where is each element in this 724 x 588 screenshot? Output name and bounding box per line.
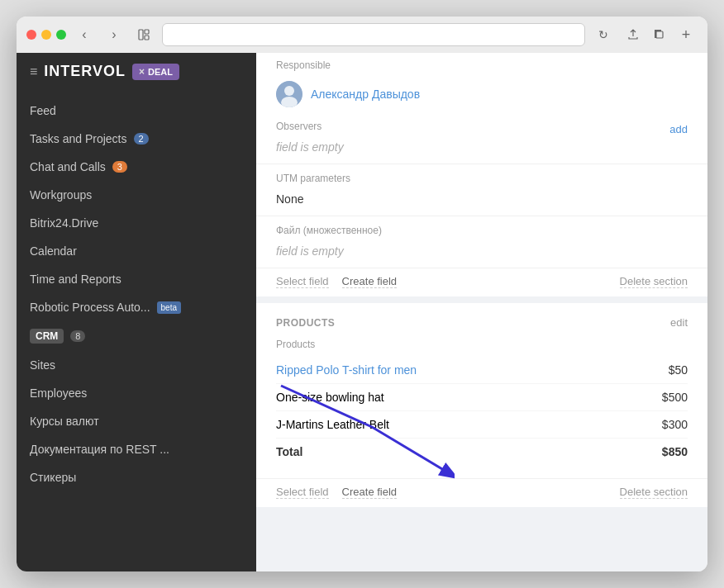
products-sub-label: Products (276, 339, 688, 350)
sidebar-item-label: Robotic Process Auto... (30, 301, 150, 314)
section-actions-1: Select field Create field Delete section (256, 268, 707, 303)
sidebar-item-workgroups[interactable]: Workgroups (17, 181, 256, 209)
products-wrapper: PRODUCTS edit Products Ripped Polo T-shi… (256, 303, 707, 478)
product-row: One-size bowling hat $500 (276, 384, 688, 411)
refresh-button[interactable]: ↻ (592, 23, 615, 46)
sidebar-item-exchange[interactable]: Курсы валют (17, 407, 256, 435)
avatar (276, 81, 302, 107)
products-section: PRODUCTS edit Products Ripped Polo T-shi… (256, 303, 707, 478)
user-name-link[interactable]: Александр Давыдов (311, 88, 420, 101)
sidebar-item-sites[interactable]: Sites (17, 351, 256, 379)
responsible-section: Responsible Александр Давыдов (256, 53, 707, 112)
sidebar-item-tasks[interactable]: Tasks and Projects 2 (17, 125, 256, 153)
sidebar-item-time[interactable]: Time and Reports (17, 265, 256, 293)
file-label: Файл (множественное) (276, 225, 688, 236)
product-name-3: J-Martins Leather Belt (276, 418, 638, 431)
sidebar-item-label: Стикеры (30, 471, 76, 484)
app-body: ≡ INTERVOL × DEAL Feed Tasks and Project… (17, 53, 707, 571)
total-row: Total $850 (276, 439, 688, 465)
minimize-button[interactable] (41, 30, 51, 40)
observers-section: Observers add field is empty (256, 112, 707, 164)
close-button[interactable] (26, 30, 36, 40)
titlebar-actions: + (622, 23, 698, 46)
svg-rect-3 (656, 31, 663, 38)
sidebar-item-label: Курсы валют (30, 415, 99, 428)
sidebar-item-label: Workgroups (30, 188, 92, 202)
select-field-2[interactable]: Select field (276, 486, 329, 499)
share-button[interactable] (622, 23, 645, 46)
sidebar-item-employees[interactable]: Employees (17, 379, 256, 407)
observers-add-button[interactable]: add (669, 123, 688, 135)
sidebar-item-label: Time and Reports (30, 273, 121, 286)
sidebar-item-drive[interactable]: Bitrix24.Drive (17, 209, 256, 237)
window-layout-button[interactable] (132, 23, 155, 46)
beta-badge: beta (157, 301, 181, 314)
sidebar-item-calendar[interactable]: Calendar (17, 237, 256, 265)
new-tab-button[interactable]: + (674, 23, 698, 46)
sidebar-item-label: Employees (30, 386, 87, 400)
section-actions-2: Select field Create field Delete section (256, 478, 707, 507)
total-label: Total (276, 445, 638, 458)
tasks-badge: 2 (134, 133, 149, 145)
svg-rect-1 (145, 30, 149, 34)
brand-name: INTERVOL (44, 63, 126, 80)
deal-close-button[interactable]: × (139, 66, 145, 78)
create-field-1[interactable]: Create field (342, 275, 397, 288)
back-button[interactable]: ‹ (73, 23, 96, 46)
products-edit-button[interactable]: edit (670, 316, 688, 329)
product-price-2: $500 (638, 391, 688, 404)
user-row: Александр Давыдов (276, 76, 688, 112)
observers-label: Observers (276, 121, 322, 132)
utm-label: UTM parameters (276, 173, 688, 184)
maximize-button[interactable] (56, 30, 66, 40)
deal-badge: × DEAL (132, 64, 179, 80)
titlebar: ‹ › ↻ + (17, 17, 707, 53)
chat-badge: 3 (112, 161, 127, 173)
forward-button[interactable]: › (102, 23, 126, 46)
delete-section-1[interactable]: Delete section (620, 275, 688, 288)
sidebar-item-label: Calendar (30, 244, 77, 258)
sidebar-item-feed[interactable]: Feed (17, 97, 256, 125)
sidebar-item-label: Feed (30, 104, 56, 117)
responsible-label: Responsible (276, 59, 688, 71)
svg-rect-2 (145, 36, 149, 40)
product-row: J-Martins Leather Belt $300 (276, 411, 688, 439)
sidebar-item-label: Sites (30, 358, 55, 372)
product-name-1[interactable]: Ripped Polo T-shirt for men (276, 363, 638, 377)
sidebar: ≡ INTERVOL × DEAL Feed Tasks and Project… (17, 53, 256, 571)
svg-rect-0 (139, 30, 143, 40)
total-price: $850 (638, 445, 688, 458)
product-price-1: $50 (638, 363, 688, 377)
file-section: Файл (множественное) field is empty (256, 216, 707, 268)
sidebar-item-label: Документация по REST ... (30, 443, 169, 456)
content-panel: Responsible Александр Давыдов (256, 53, 707, 507)
create-field-2[interactable]: Create field (342, 486, 397, 499)
sidebar-item-stickers[interactable]: Стикеры (17, 463, 256, 491)
sidebar-header: ≡ INTERVOL × DEAL (17, 53, 256, 90)
file-value: field is empty (276, 241, 688, 264)
traffic-lights (26, 30, 66, 40)
url-bar[interactable] (162, 23, 585, 46)
sidebar-item-crm[interactable]: CRM 8 (17, 321, 256, 351)
product-name-2: One-size bowling hat (276, 391, 638, 404)
product-price-3: $300 (638, 418, 688, 431)
hamburger-icon[interactable]: ≡ (30, 64, 37, 79)
select-field-1[interactable]: Select field (276, 275, 329, 288)
products-title: PRODUCTS (276, 317, 335, 329)
deal-label: DEAL (148, 67, 173, 77)
crm-label: CRM (30, 329, 64, 344)
product-row: Ripped Polo T-shirt for men $50 (276, 357, 688, 384)
app-window: ‹ › ↻ + ≡ INTERVOL × DEAL (17, 17, 707, 571)
sidebar-item-rpa[interactable]: Robotic Process Auto... beta (17, 293, 256, 321)
sidebar-item-label: Chat and Calls (30, 160, 106, 173)
sidebar-item-rest-docs[interactable]: Документация по REST ... (17, 435, 256, 463)
observers-value: field is empty (276, 137, 688, 160)
sidebar-item-chat[interactable]: Chat and Calls 3 (17, 153, 256, 181)
crm-badge: 8 (70, 330, 85, 342)
utm-value: None (276, 189, 688, 212)
delete-section-2[interactable]: Delete section (620, 486, 688, 499)
utm-section: UTM parameters None (256, 164, 707, 216)
duplicate-button[interactable] (648, 23, 671, 46)
products-header: PRODUCTS edit (276, 316, 688, 329)
main-content: Responsible Александр Давыдов (256, 53, 707, 571)
